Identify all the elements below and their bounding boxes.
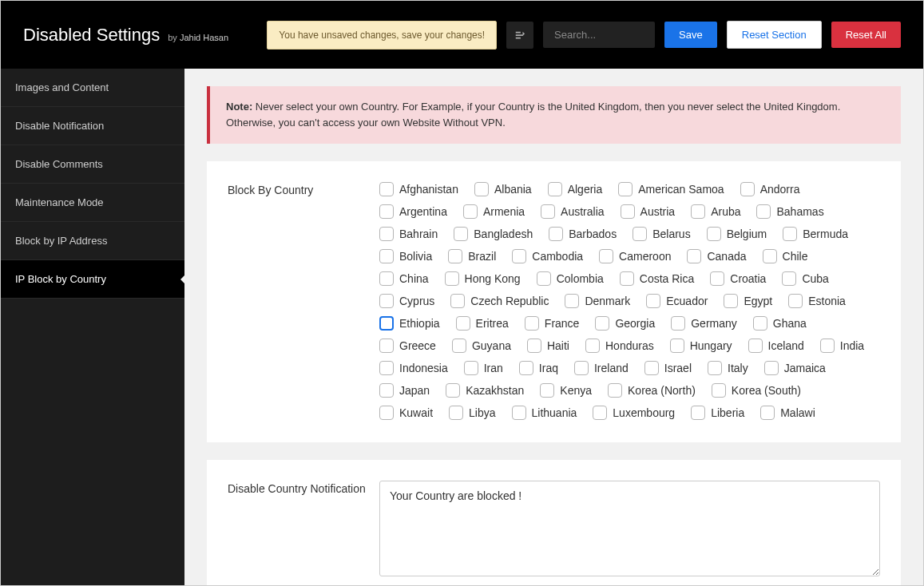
country-option[interactable]: Armenia [463,204,525,219]
country-option[interactable]: American Samoa [618,182,724,196]
country-option[interactable]: Costa Rica [620,271,694,286]
country-option[interactable]: Liberia [691,406,744,420]
country-label: Eritrea [476,317,509,330]
country-label: Guyana [472,339,511,352]
reset-section-button[interactable]: Reset Section [727,21,822,49]
country-option[interactable]: Barbados [549,227,617,241]
country-label: Hungary [690,339,732,352]
sidebar-item-ip-block-by-country[interactable]: IP Block by Country [1,260,184,299]
country-label: Bermuda [803,228,848,240]
country-option[interactable]: Germany [671,316,737,331]
country-option[interactable]: Egypt [724,294,772,308]
country-option[interactable]: Bermuda [783,227,848,241]
country-option[interactable]: Luxembourg [593,406,675,420]
country-option[interactable]: Japan [379,383,430,398]
country-option[interactable]: Afghanistan [379,182,458,196]
country-label: Argentina [399,205,447,218]
country-option[interactable]: Georgia [595,316,655,331]
country-option[interactable]: Kuwait [379,406,433,420]
country-option[interactable]: Haiti [527,339,569,353]
sidebar-item-block-by-ip-address[interactable]: Block by IP Address [1,222,184,260]
country-option[interactable]: Canada [687,249,746,263]
country-option[interactable]: Bangladesh [454,227,533,241]
country-option[interactable]: Algeria [548,182,603,196]
country-option[interactable]: Iran [464,361,503,375]
country-option[interactable]: Jamaica [764,361,826,375]
country-option[interactable]: Israel [644,361,692,375]
country-option[interactable]: Bahamas [756,204,823,219]
country-label: Barbados [569,228,617,240]
country-option[interactable]: India [820,339,864,353]
country-option[interactable]: Iceland [748,339,804,353]
country-option[interactable]: Korea (South) [712,383,801,398]
country-option[interactable]: Indonesia [379,361,448,375]
country-option[interactable]: Ireland [574,361,629,375]
country-label: Iraq [539,362,558,374]
country-label: Estonia [808,295,846,307]
country-option[interactable]: Honduras [585,339,654,353]
layout: Images and ContentDisable NotificationDi… [1,69,923,585]
country-option[interactable]: Albania [474,182,532,196]
country-label: Korea (South) [732,384,801,397]
country-list[interactable]: AfghanistanAlbaniaAlgeriaAmerican SamoaA… [379,182,880,422]
country-option[interactable]: Kenya [540,383,592,398]
country-label: Croatia [730,272,766,285]
block-by-country-label: Block By Country [228,182,379,196]
country-option[interactable]: Estonia [788,294,846,308]
country-label: Greece [399,339,436,352]
country-label: Georgia [615,317,655,330]
country-option[interactable]: France [525,316,580,331]
country-option[interactable]: Cameroon [599,249,671,263]
country-option[interactable]: Ghana [753,316,807,331]
country-option[interactable]: Bolivia [379,249,432,263]
country-option[interactable]: Iraq [519,361,558,375]
country-option[interactable]: Korea (North) [608,383,696,398]
page-subtitle: by Jahid Hasan [168,33,228,42]
country-option[interactable]: Cambodia [512,249,583,263]
country-option[interactable]: Australia [541,204,604,219]
country-option[interactable]: Czech Republic [450,294,549,308]
country-option[interactable]: Austria [621,204,676,219]
country-label: Kenya [560,384,592,397]
notification-textarea[interactable] [379,481,880,576]
country-option[interactable]: Kazakhstan [446,383,524,398]
country-label: Colombia [557,272,604,285]
search-input[interactable] [543,22,655,48]
country-option[interactable]: Eritrea [456,316,509,331]
country-option[interactable]: Aruba [691,204,740,219]
country-option[interactable]: Greece [379,339,436,353]
country-option[interactable]: Hungary [670,339,732,353]
country-option[interactable]: Cuba [782,271,828,286]
country-option[interactable]: Denmark [565,294,630,308]
author-link[interactable]: Jahid Hasan [180,33,228,42]
unsaved-changes-notice: You have unsaved changes, save your chan… [267,21,497,49]
country-option[interactable]: Argentina [379,204,447,219]
country-option[interactable]: Bahrain [379,227,438,241]
country-option[interactable]: Hong Kong [445,271,521,286]
country-option[interactable]: Chile [763,249,808,263]
country-option[interactable]: Guyana [452,339,511,353]
country-option[interactable]: Libya [449,406,495,420]
country-option[interactable]: Cyprus [379,294,434,308]
country-label: Bangladesh [474,228,533,240]
country-option[interactable]: China [379,271,429,286]
country-option[interactable]: Belarus [633,227,690,241]
country-option[interactable]: Croatia [710,271,766,286]
sidebar-item-images-and-content[interactable]: Images and Content [1,69,184,107]
country-option[interactable]: Colombia [537,271,604,286]
sidebar-item-disable-notification[interactable]: Disable Notification [1,107,184,145]
country-option[interactable]: Malawi [760,406,815,420]
country-option[interactable]: Lithuania [512,406,577,420]
country-option[interactable]: Italy [708,361,748,375]
save-button[interactable]: Save [664,22,717,48]
sidebar-item-maintenance-mode[interactable]: Maintenance Mode [1,184,184,222]
expand-icon-button[interactable] [506,22,533,49]
country-option[interactable]: Ethiopia [379,316,440,331]
country-option[interactable]: Belgium [707,227,767,241]
country-option[interactable]: Brazil [448,249,496,263]
country-option[interactable]: Andorra [740,182,800,196]
reset-all-button[interactable]: Reset All [831,22,901,48]
sidebar-item-disable-comments[interactable]: Disable Comments [1,145,184,184]
country-option[interactable]: Ecuador [646,294,708,308]
main-content: Note: Never select your own Country. For… [184,69,923,585]
